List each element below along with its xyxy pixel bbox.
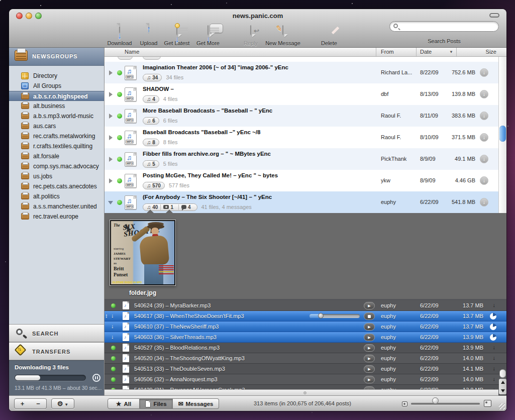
delete-button[interactable]: Delete — [318, 23, 341, 46]
file-row[interactable]: 540513 (33) – TheDoubleSeven.mp3 ▶ euphy… — [105, 364, 506, 374]
disclosure-triangle-icon[interactable] — [109, 114, 113, 119]
sidebar-header-newsgroups[interactable]: NEWSGROUPS — [9, 48, 104, 66]
sidebar-item-newsgroup[interactable]: alt.business — [9, 101, 104, 111]
download-file-icon[interactable]: ↓ — [493, 376, 496, 382]
vertical-scrollbar-track[interactable] — [498, 57, 506, 213]
download-file-icon[interactable]: ↓ — [493, 365, 496, 371]
download-post-button[interactable]: ↓ — [480, 68, 488, 77]
sidebar-item-directory[interactable]: Directory — [9, 71, 104, 81]
disclosure-triangle-icon[interactable] — [109, 157, 113, 162]
disclosure-triangle-open-icon[interactable] — [108, 201, 113, 204]
download-button[interactable]: ↓ Download — [102, 23, 137, 46]
post-row[interactable]: ♫MP3 SHADOW – ♫44 files dbf 8/13/09 139.… — [105, 83, 498, 105]
play-button[interactable]: ▶ — [364, 334, 375, 341]
sidebar-item-newsgroup[interactable]: r.crafts.textiles.quilting — [9, 141, 104, 151]
disclosure-triangle-icon[interactable] — [109, 135, 113, 140]
playback-scrubber[interactable] — [310, 314, 360, 318]
download-file-icon[interactable]: ↓ — [493, 355, 496, 361]
sidebar-item-newsgroup[interactable]: aus.cars — [9, 121, 104, 131]
column-header-size[interactable]: Size — [458, 49, 496, 55]
sidebar-item-newsgroup[interactable]: rec.travel.europe — [9, 212, 104, 222]
download-post-button[interactable]: ↓ — [480, 112, 488, 120]
sidebar-section-transfers[interactable]: ↑↓ TRANSFERS — [9, 342, 104, 360]
play-button[interactable]: ▶ — [364, 376, 375, 383]
music-count-badge: ♫5 — [143, 160, 159, 168]
slider-thumb[interactable] — [432, 397, 439, 404]
remove-group-button[interactable]: − — [30, 398, 47, 409]
cowboy-jacket — [139, 235, 170, 267]
filter-files-button[interactable]: Files — [140, 398, 173, 409]
download-post-button[interactable]: ↓ — [480, 133, 488, 142]
sidebar-item-newsgroup[interactable]: a.s.s.manchester.united — [9, 201, 104, 212]
search-input[interactable] — [389, 21, 499, 32]
file-row[interactable]: 540624 (39) – MyraBarker.mp3 ▶ euphy 6/2… — [105, 300, 506, 311]
play-button[interactable]: ▶ — [364, 302, 375, 309]
file-row[interactable]: 540506 (32) – AnnaNorquest.mp3 ▶ euphy 6… — [105, 374, 506, 385]
download-post-button[interactable]: ↓ — [480, 90, 488, 98]
column-header-name[interactable]: Name — [125, 49, 139, 55]
scroll-up-arrow-icon[interactable] — [501, 381, 505, 384]
toolbar-toggle-button[interactable] — [489, 13, 499, 18]
sidebar-item-newsgroup[interactable]: alt.politics — [9, 191, 104, 201]
column-header-from[interactable]: From — [381, 49, 394, 55]
disclosure-triangle-icon[interactable] — [109, 92, 113, 97]
post-row[interactable]: ♫MP3 Baseball Broadcasts "Baseball –" yE… — [105, 127, 498, 148]
resize-grip[interactable] — [499, 403, 505, 409]
filter-all-button[interactable]: ★ All — [108, 398, 140, 409]
disclosure-triangle-icon[interactable] — [109, 70, 113, 75]
vertical-scrollbar-thumb[interactable] — [499, 126, 506, 142]
upload-button[interactable]: ↑ Upload — [138, 23, 160, 46]
album-art-thumbnail[interactable]: The SIX SHOOTER starring JAMES STEWART — [110, 220, 176, 286]
post-row[interactable]: ♫MP3 Posting McGee, They Called Me! – yE… — [105, 170, 498, 191]
add-group-button[interactable]: + — [14, 398, 31, 409]
sidebar-item-newsgroup[interactable]: a.b.s.mp3.world-music — [9, 111, 104, 121]
stop-button[interactable] — [364, 312, 375, 320]
post-row[interactable]: ♫MP3 More Baseball Broadcasts – "Basebal… — [105, 105, 498, 127]
new-message-button[interactable]: ✎ New Message — [261, 23, 304, 46]
sidebar-item-newsgroup-selected[interactable]: a.b.s.r.o.highspeed — [9, 91, 104, 101]
new-indicator-dot — [117, 114, 122, 119]
cowboy-jeans — [144, 264, 163, 284]
action-menu-button[interactable]: ⚙▼ — [51, 398, 74, 409]
scroll-down-arrow-icon[interactable] — [501, 389, 505, 392]
sidebar-item-newsgroup[interactable]: alt.forsale — [9, 151, 104, 161]
file-row[interactable]: 540527 (35) – BloodRelations.mp3 ▶ euphy… — [105, 343, 506, 353]
post-row[interactable]: ♫MP3 Imagination Theater 2006 [~ of 34] … — [105, 62, 498, 83]
file-row-downloading[interactable]: ↓ 540610 (37) – TheNewSheriff.mp3 ▶ euph… — [105, 322, 506, 332]
post-title: Fibber fills from archive.org – " ~ MByt… — [143, 151, 271, 157]
file-row-downloading[interactable]: ↓ 540603 (36) – SilverThreads.mp3 ▶ euph… — [105, 332, 506, 343]
sidebar-item-newsgroup[interactable]: comp.sys.mac.advocacy — [9, 161, 104, 171]
disclosure-triangle-icon[interactable] — [109, 178, 113, 183]
play-button[interactable]: ▶ — [364, 355, 375, 362]
slider-track[interactable] — [411, 403, 480, 405]
download-post-button[interactable]: ↓ — [480, 198, 488, 206]
post-row[interactable]: ♫MP3 Fibber fills from archive.org – " ~… — [105, 148, 498, 170]
download-post-button[interactable]: ↓ — [480, 176, 488, 185]
sidebar-section-search[interactable]: SEARCH — [9, 324, 104, 342]
play-button[interactable]: ▶ — [364, 344, 375, 352]
file-row[interactable]: 540520 (34) – TheShootingOfWyattKing.mp3… — [105, 353, 506, 364]
scrubber-thumb[interactable] — [318, 313, 324, 319]
download-post-button[interactable]: ↓ — [480, 155, 488, 163]
reply-button[interactable]: ↩ Reply — [240, 23, 261, 46]
horizontal-scrollbar[interactable] — [105, 389, 498, 395]
sidebar-item-newsgroup[interactable]: rec.pets.cats.anecdotes — [9, 181, 104, 191]
sidebar-item-newsgroup[interactable]: rec.crafts.metalworking — [9, 131, 104, 141]
download-file-icon[interactable]: ↓ — [493, 302, 496, 308]
scrollbar-arrow-buttons[interactable] — [499, 379, 506, 394]
download-file-icon[interactable]: ↓ — [493, 344, 496, 350]
get-latest-button[interactable]: ↓ Get Latest — [161, 23, 193, 46]
post-row-selected[interactable]: ♫MP3 (For Anybody – The Six Shooter [~/4… — [105, 191, 498, 213]
file-row-downloading-playing[interactable]: ↕ ↓ 540617 (38) – WhenTheShoeDoesn'tFit.… — [105, 311, 506, 322]
column-header-date[interactable]: Date — [420, 49, 432, 55]
download-progress-pie-icon — [490, 334, 496, 341]
titlebar[interactable]: news.panic.com — [9, 9, 506, 22]
play-button[interactable]: ▶ — [364, 365, 375, 373]
file-list-scrollbar-thumb[interactable] — [499, 369, 506, 378]
get-more-button[interactable]: ↓ Get More — [194, 23, 222, 46]
sidebar-item-newsgroup[interactable]: us.jobs — [9, 171, 104, 181]
sidebar-item-all-groups[interactable]: All Groups — [9, 81, 104, 91]
pause-transfers-button[interactable] — [92, 374, 100, 382]
filter-messages-button[interactable]: ✉ Messages — [173, 398, 219, 409]
play-button[interactable]: ▶ — [364, 323, 375, 331]
